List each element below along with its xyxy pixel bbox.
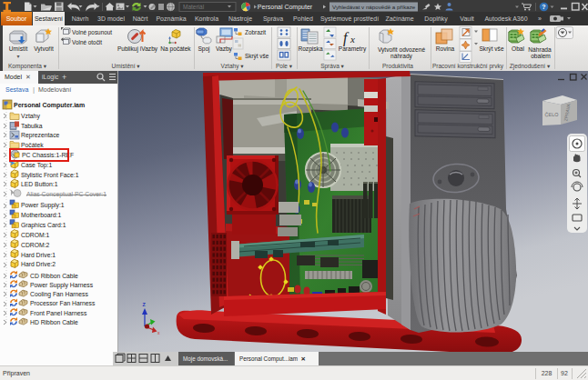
svg-text:ČELO: ČELO [544, 112, 559, 118]
svg-text:Personal Computer: Personal Computer [258, 4, 313, 11]
svg-text:x: x [350, 34, 355, 45]
svg-text:?: ? [542, 4, 545, 10]
svg-text:f: f [343, 30, 350, 46]
svg-text:Vyhledávat v nápovědě a příkaz: Vyhledávat v nápovědě a příkaze [332, 4, 416, 10]
svg-text:Materiál: Materiál [183, 4, 205, 10]
svg-text:▾: ▾ [16, 54, 19, 59]
